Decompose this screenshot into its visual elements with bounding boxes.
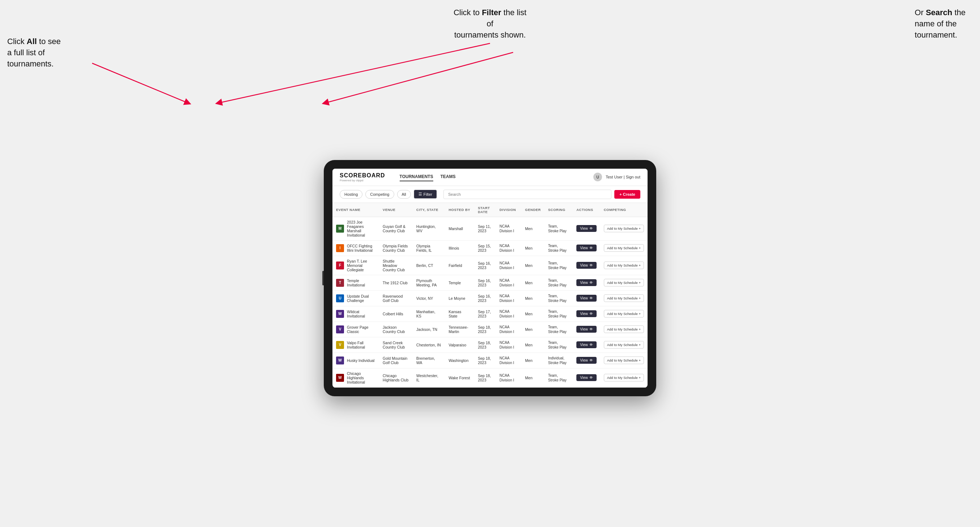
view-label: View [580, 227, 588, 230]
cell-division: NCAA Division I [496, 368, 522, 387]
view-button[interactable]: View 👁 [576, 244, 597, 251]
add-to-schedule-button[interactable]: Add to My Schedule + [604, 225, 644, 232]
filter-bar: Hosting Competing All ☰ Filter + Create [332, 186, 648, 203]
cell-competing: Add to My Schedule + [600, 275, 648, 290]
add-to-schedule-button[interactable]: Add to My Schedule + [604, 325, 644, 333]
nav-link-teams[interactable]: TEAMS [441, 173, 456, 181]
cell-city-state: Plymouth Meeting, PA [413, 275, 445, 290]
cell-gender: Men [522, 240, 544, 256]
cell-gender: Men [522, 306, 544, 321]
event-name: Chicago Highlands Invitational [347, 371, 375, 384]
nav-right: U Test User | Sign out [593, 173, 640, 181]
cell-venue: Sand Creek Country Club [379, 337, 413, 352]
cell-start-date: Sep 18, 2023 [474, 337, 496, 352]
cell-division: NCAA Division I [496, 217, 522, 240]
add-to-schedule-button[interactable]: Add to My Schedule + [604, 262, 644, 269]
eye-icon: 👁 [589, 358, 593, 362]
view-label: View [580, 312, 588, 316]
navbar: SCOREBOARD Powered by clippd TOURNAMENTS… [332, 169, 648, 186]
view-label: View [580, 327, 588, 331]
annotation-top-right: Or Search thename of thetournament. [915, 7, 966, 40]
eye-icon: 👁 [589, 227, 593, 230]
view-button[interactable]: View 👁 [576, 310, 597, 317]
cell-start-date: Sep 18, 2023 [474, 352, 496, 368]
add-to-schedule-button[interactable]: Add to My Schedule + [604, 357, 644, 364]
view-button[interactable]: View 👁 [576, 295, 597, 302]
add-to-schedule-button[interactable]: Add to My Schedule + [604, 279, 644, 286]
tab-competing[interactable]: Competing [365, 190, 394, 198]
table-row: U Upstate Dual Challenge Ravenwood Golf … [332, 290, 648, 306]
cell-actions: View 👁 [573, 337, 600, 352]
cell-actions: View 👁 [573, 352, 600, 368]
view-button[interactable]: View 👁 [576, 262, 597, 269]
cell-venue: Guyan Golf & Country Club [379, 217, 413, 240]
add-to-schedule-button[interactable]: Add to My Schedule + [604, 294, 644, 302]
eye-icon: 👁 [589, 327, 593, 331]
cell-division: NCAA Division I [496, 256, 522, 275]
create-button[interactable]: + Create [614, 190, 640, 198]
table-row: M 2023 Joe Feaganes Marshall Invitationa… [332, 217, 648, 240]
tab-hosting[interactable]: Hosting [340, 190, 363, 198]
cell-hosted-by: Wake Forest [445, 368, 474, 387]
cell-hosted-by: Kansas State [445, 306, 474, 321]
cell-event-name: V Valpo Fall Invitational [332, 337, 379, 352]
cell-start-date: Sep 16, 2023 [474, 275, 496, 290]
cell-gender: Men [522, 337, 544, 352]
eye-icon: 👁 [589, 296, 593, 300]
filter-button[interactable]: ☰ Filter [414, 190, 437, 198]
view-label: View [580, 376, 588, 379]
cell-event-name: I OFCC Fighting Illini Invitational [332, 240, 379, 256]
cell-actions: View 👁 [573, 306, 600, 321]
cell-venue: Gold Mountain Golf Club [379, 352, 413, 368]
team-logo: I [336, 244, 344, 252]
view-button[interactable]: View 👁 [576, 279, 597, 286]
eye-icon: 👁 [589, 281, 593, 285]
cell-actions: View 👁 [573, 321, 600, 337]
add-to-schedule-button[interactable]: Add to My Schedule + [604, 341, 644, 349]
cell-event-name: W Chicago Highlands Invitational [332, 368, 379, 387]
cell-division: NCAA Division I [496, 240, 522, 256]
team-logo: V [336, 325, 344, 333]
tournaments-table: EVENT NAME VENUE CITY, STATE HOSTED BY S… [332, 203, 648, 387]
cell-event-name: T Temple Invitational [332, 275, 379, 290]
tab-all[interactable]: All [397, 190, 411, 198]
event-name: Ryan T. Lee Memorial Collegiate [347, 259, 375, 272]
cell-division: NCAA Division I [496, 337, 522, 352]
cell-actions: View 👁 [573, 240, 600, 256]
cell-competing: Add to My Schedule + [600, 290, 648, 306]
cell-competing: Add to My Schedule + [600, 217, 648, 240]
col-actions: ACTIONS [573, 203, 600, 217]
view-label: View [580, 264, 588, 267]
logo-text: SCOREBOARD [340, 172, 385, 179]
filter-label: Filter [423, 192, 432, 197]
view-button[interactable]: View 👁 [576, 374, 597, 381]
cell-city-state: Huntington, WV [413, 217, 445, 240]
cell-event-name: W Wildcat Invitational [332, 306, 379, 321]
view-button[interactable]: View 👁 [576, 357, 597, 364]
tablet-side-button [322, 271, 324, 285]
add-to-schedule-button[interactable]: Add to My Schedule + [604, 374, 644, 381]
nav-link-tournaments[interactable]: TOURNAMENTS [400, 173, 433, 181]
cell-hosted-by: Tennessee-Martin [445, 321, 474, 337]
view-button[interactable]: View 👁 [576, 326, 597, 333]
svg-line-1 [325, 52, 513, 103]
col-city-state: CITY, STATE [413, 203, 445, 217]
view-button[interactable]: View 👁 [576, 225, 597, 232]
team-logo: V [336, 341, 344, 349]
search-input[interactable] [443, 190, 611, 199]
add-to-schedule-button[interactable]: Add to My Schedule + [604, 310, 644, 317]
event-name: Husky Individual [347, 358, 374, 363]
team-logo: F [336, 262, 344, 270]
table-row: V Grover Page Classic Jackson Country Cl… [332, 321, 648, 337]
cell-competing: Add to My Schedule + [600, 368, 648, 387]
cell-city-state: Berlin, CT [413, 256, 445, 275]
view-button[interactable]: View 👁 [576, 341, 597, 348]
add-to-schedule-button[interactable]: Add to My Schedule + [604, 244, 644, 252]
cell-event-name: F Ryan T. Lee Memorial Collegiate [332, 256, 379, 275]
col-hosted-by: HOSTED BY [445, 203, 474, 217]
view-label: View [580, 358, 588, 362]
team-logo: T [336, 279, 344, 287]
cell-hosted-by: Le Moyne [445, 290, 474, 306]
table-row: W Wildcat Invitational Colbert Hills Man… [332, 306, 648, 321]
logo-subtitle: Powered by clippd [340, 179, 385, 182]
